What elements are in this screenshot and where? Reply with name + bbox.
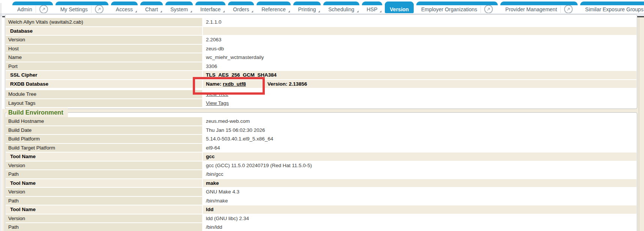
tab-provider-management[interactable]: Provider Management — [500, 2, 578, 13]
popout-arrow-icon[interactable] — [484, 5, 493, 13]
tab-version[interactable]: Version — [385, 2, 414, 13]
popout-arrow-icon[interactable] — [39, 5, 48, 13]
row-value: 2.2063 — [203, 36, 636, 44]
dropdown-caret-icon — [135, 11, 137, 12]
row-value: /bin/make — [203, 197, 636, 205]
build-environment-panel: Build Environment Build Hostnamezeus.med… — [5, 112, 637, 231]
row-label: Path — [6, 170, 202, 178]
dropdown-caret-icon — [223, 11, 225, 12]
table-row: RXDB DatabaseName: rxdb_utf8Version: 2.1… — [6, 80, 636, 88]
table-row: Build Target Platformel9-64 — [6, 144, 636, 152]
table-row: Path/bin/ldd — [6, 223, 636, 231]
tab-employer-organizations[interactable]: Employer Organizations — [416, 2, 498, 13]
table-row: Tool Namemake — [6, 179, 636, 187]
tab-system[interactable]: System — [165, 2, 193, 13]
tab-divider — [91, 6, 92, 13]
row-value: View Tags — [203, 99, 636, 107]
row-value: ldd (GNU libc) 2.34 — [203, 214, 636, 223]
row-label: Build Target Platform — [6, 144, 202, 152]
row-value: View Tree — [203, 90, 636, 98]
tab-label: Reference — [261, 6, 286, 12]
tab-reference[interactable]: Reference — [257, 2, 291, 13]
table-row: Database — [6, 27, 636, 35]
row-value: ldd — [203, 205, 636, 214]
popout-arrow-icon[interactable] — [95, 5, 104, 13]
tab-orders[interactable]: Orders — [228, 2, 254, 13]
row-value: wc_miehr_wctmasterdaily — [203, 53, 636, 62]
row-label: Welch Allyn Vitals (wavitals2.cab) — [6, 18, 202, 26]
tab-list: AdminMy SettingsAccessChartSystemInterfa… — [12, 2, 644, 13]
tab-divider — [560, 6, 561, 13]
tab-chart[interactable]: Chart — [140, 2, 163, 13]
row-value: zeus-db — [203, 45, 636, 53]
row-label: Version — [6, 214, 202, 223]
row-label: Version — [6, 188, 202, 196]
row-label: Database — [6, 27, 202, 35]
version-info-panel: Welch Allyn Vitals (wavitals2.cab)2.1.1.… — [5, 14, 637, 109]
row-label: Tool Name — [6, 205, 202, 214]
tab-admin[interactable]: Admin — [12, 2, 53, 13]
tab-access[interactable]: Access — [111, 2, 138, 13]
table-row: Path/bin/make — [6, 197, 636, 205]
row-value: 5.14.0-503.40.1.el9_5.x86_64 — [203, 135, 636, 143]
view-tree-link[interactable]: View Tree — [206, 91, 228, 97]
tab-scheduling[interactable]: Scheduling — [323, 2, 359, 13]
tab-label: HSP — [367, 6, 378, 12]
table-row: VersionGNU Make 4.3 — [6, 188, 636, 196]
row-label: Module Tree — [6, 90, 202, 98]
dropdown-caret-icon — [251, 11, 253, 12]
left-gutter — [2, 17, 5, 109]
row-label: Build Platform — [6, 135, 202, 143]
row-label: Host — [6, 45, 202, 53]
dropdown-caret-icon — [318, 11, 320, 12]
table-row: Path/bin/gcc — [6, 170, 636, 178]
tab-label: Admin — [17, 6, 32, 12]
dropdown-caret-icon — [160, 11, 162, 12]
rxdb-version-text: Version: 2.13856 — [267, 81, 307, 87]
table-row: Version2.2063 — [6, 36, 636, 44]
row-value: make — [203, 179, 636, 187]
left-edge-divider — [1, 3, 1, 231]
rxdb-name-link[interactable]: rxdb_utf8 — [223, 81, 246, 87]
table-row: Build Hostnamezeus.med-web.com — [6, 117, 636, 125]
tab-printing[interactable]: Printing — [293, 2, 321, 13]
tab-label: Provider Management — [505, 6, 557, 12]
tab-label: Similar Exposure Groups (SEGs) — [585, 6, 644, 12]
table-row: SSL CipherTLS_AES_256_GCM_SHA384 — [6, 71, 636, 79]
table-row: Hostzeus-db — [6, 45, 636, 53]
row-label: Build Hostname — [6, 117, 202, 125]
tab-label: Chart — [145, 6, 158, 12]
dropdown-caret-icon — [190, 11, 192, 12]
table-row: Tool Nameldd — [6, 205, 636, 214]
row-label: Version — [6, 162, 202, 170]
table-row: Module TreeView Tree — [6, 90, 636, 98]
tab-label: Interface — [200, 6, 221, 12]
tab-label: Employer Organizations — [421, 6, 477, 12]
row-value: gcc — [203, 152, 636, 161]
rxdb-name-prefix: Name: — [206, 81, 223, 87]
popout-arrow-icon[interactable] — [564, 5, 573, 13]
tab-my-settings[interactable]: My Settings — [56, 2, 108, 13]
tab-similar-exposure-groups-segs[interactable]: Similar Exposure Groups (SEGs) — [580, 2, 644, 13]
row-value: el9-64 — [203, 144, 636, 152]
row-label: Tool Name — [6, 179, 202, 187]
table-row: Versiongcc (GCC) 11.5.0 20240719 (Red Ha… — [6, 162, 636, 170]
row-label: Build Date — [6, 126, 202, 134]
row-value: zeus.med-web.com — [203, 117, 636, 125]
view-tags-link[interactable]: View Tags — [206, 100, 229, 106]
table-row: Tool Namegcc — [6, 152, 636, 161]
row-value: Thu Jan 15 06:02:30 2026 — [203, 126, 636, 134]
row-label: Tool Name — [6, 152, 202, 161]
table-row: Namewc_miehr_wctmasterdaily — [6, 53, 636, 62]
table-row: Versionldd (GNU libc) 2.34 — [6, 214, 636, 223]
rxdb-name-group: Name: rxdb_utf8 — [206, 80, 267, 88]
table-row: Build DateThu Jan 15 06:02:30 2026 — [6, 126, 636, 134]
tab-interface[interactable]: Interface — [195, 2, 225, 13]
row-label: Name — [6, 53, 202, 62]
tab-label: Access — [116, 6, 133, 12]
tab-hsp[interactable]: HSP — [362, 2, 383, 13]
row-label: Path — [6, 223, 202, 231]
row-label: SSL Cipher — [6, 71, 202, 79]
row-value: Name: rxdb_utf8Version: 2.13856 — [203, 80, 636, 88]
dropdown-caret-icon — [288, 11, 290, 12]
